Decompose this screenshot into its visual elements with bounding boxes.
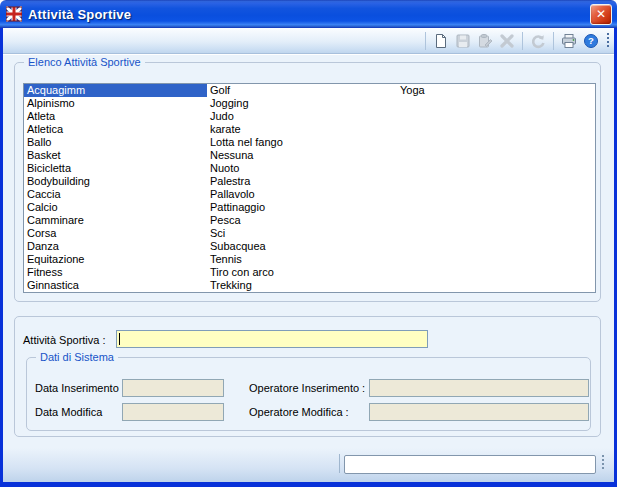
list-item[interactable]: Golf — [207, 84, 397, 97]
data-inserimento-label: Data Inserimento — [35, 382, 119, 394]
list-column: AcquagimmAlpinismoAtletaAtleticaBalloBas… — [24, 84, 207, 292]
list-item[interactable]: Nuoto — [207, 162, 397, 175]
list-item[interactable]: Fitness — [24, 266, 207, 279]
list-item[interactable]: Acquagimm — [24, 84, 207, 97]
list-item[interactable]: Alpinismo — [24, 97, 207, 110]
svg-text:?: ? — [588, 35, 594, 46]
app-window: Attività Sportive ✕ — [0, 0, 617, 487]
list-item[interactable]: Ginnastica — [24, 279, 207, 292]
list-item[interactable]: Bicicletta — [24, 162, 207, 175]
list-item[interactable]: Danza — [24, 240, 207, 253]
window-title: Attività Sportive — [28, 7, 131, 22]
help-button[interactable]: ? — [581, 31, 601, 51]
list-item[interactable]: Jogging — [207, 97, 397, 110]
list-item[interactable]: Subacquea — [207, 240, 397, 253]
data-modifica-field — [122, 403, 224, 421]
list-item[interactable]: Lotta nel fango — [207, 136, 397, 149]
content-area: Elenco Attività Sportive AcquagimmAlpini… — [3, 55, 614, 482]
data-modifica-label: Data Modifica — [35, 406, 102, 418]
print-button[interactable] — [559, 31, 579, 51]
status-message-box — [344, 455, 596, 474]
statusbar-separator — [339, 454, 340, 473]
app-icon — [6, 6, 22, 22]
operatore-inserimento-label: Operatore Inserimento : — [249, 382, 365, 394]
list-item[interactable]: Pattinaggio — [207, 201, 397, 214]
operatore-modifica-label: Operatore Modifica : — [249, 406, 349, 418]
list-item[interactable]: Caccia — [24, 188, 207, 201]
new-document-icon — [433, 33, 449, 49]
titlebar: Attività Sportive ✕ — [0, 0, 617, 28]
save-button[interactable] — [453, 31, 473, 51]
statusbar-grip[interactable] — [602, 454, 605, 473]
list-item[interactable]: Atleta — [24, 110, 207, 123]
list-item[interactable]: Palestra — [207, 175, 397, 188]
list-item[interactable]: Tennis — [207, 253, 397, 266]
text-caret — [119, 333, 120, 345]
toolbar-separator — [553, 32, 554, 50]
elenco-group-label: Elenco Attività Sportive — [24, 55, 145, 69]
list-column: GolfJoggingJudokarateLotta nel fangoNess… — [207, 84, 397, 292]
list-item[interactable]: Ballo — [24, 136, 207, 149]
activity-input[interactable] — [116, 330, 428, 348]
save-floppy-icon — [455, 33, 471, 49]
toolbar: ? — [3, 28, 614, 54]
list-item[interactable]: Tiro con arco — [207, 266, 397, 279]
list-column: Yoga — [397, 84, 595, 292]
delete-x-icon — [499, 33, 515, 49]
toolbar-separator — [522, 32, 523, 50]
system-data-groupbox: Dati di Sistema Data Inserimento Operato… — [26, 357, 591, 431]
form-groupbox: Attività Sportiva : Dati di Sistema Data… — [14, 316, 601, 437]
list-item[interactable]: Corsa — [24, 227, 207, 240]
operatore-inserimento-field — [369, 379, 589, 397]
list-item[interactable]: Calcio — [24, 201, 207, 214]
help-icon: ? — [583, 33, 599, 49]
sports-listbox[interactable]: AcquagimmAlpinismoAtletaAtleticaBalloBas… — [23, 83, 596, 293]
undo-button[interactable] — [528, 31, 548, 51]
system-data-group-label: Dati di Sistema — [36, 350, 118, 364]
list-item[interactable]: Yoga — [397, 84, 595, 97]
data-inserimento-field — [122, 379, 224, 397]
list-item[interactable]: Pesca — [207, 214, 397, 227]
undo-arrow-icon — [530, 33, 546, 49]
list-item[interactable]: Atletica — [24, 123, 207, 136]
list-item[interactable]: Equitazione — [24, 253, 207, 266]
toolbar-grip[interactable] — [607, 32, 610, 50]
list-item[interactable]: Judo — [207, 110, 397, 123]
printer-icon — [561, 33, 577, 49]
list-item[interactable]: Camminare — [24, 214, 207, 227]
close-button[interactable]: ✕ — [590, 4, 612, 25]
list-item[interactable]: Trekking — [207, 279, 397, 292]
new-record-button[interactable] — [431, 31, 451, 51]
list-item[interactable]: Bodybuilding — [24, 175, 207, 188]
list-item[interactable]: Basket — [24, 149, 207, 162]
delete-button[interactable] — [497, 31, 517, 51]
window-border-bottom — [0, 482, 617, 487]
list-item[interactable]: karate — [207, 123, 397, 136]
edit-button[interactable] — [475, 31, 495, 51]
toolbar-separator — [425, 32, 426, 50]
elenco-groupbox: Elenco Attività Sportive AcquagimmAlpini… — [14, 62, 601, 302]
operatore-modifica-field — [369, 403, 589, 421]
list-item[interactable]: Nessuna — [207, 149, 397, 162]
edit-clipboard-icon — [477, 33, 493, 49]
list-item[interactable]: Pallavolo — [207, 188, 397, 201]
activity-label: Attività Sportiva : — [23, 334, 106, 346]
list-item[interactable]: Sci — [207, 227, 397, 240]
